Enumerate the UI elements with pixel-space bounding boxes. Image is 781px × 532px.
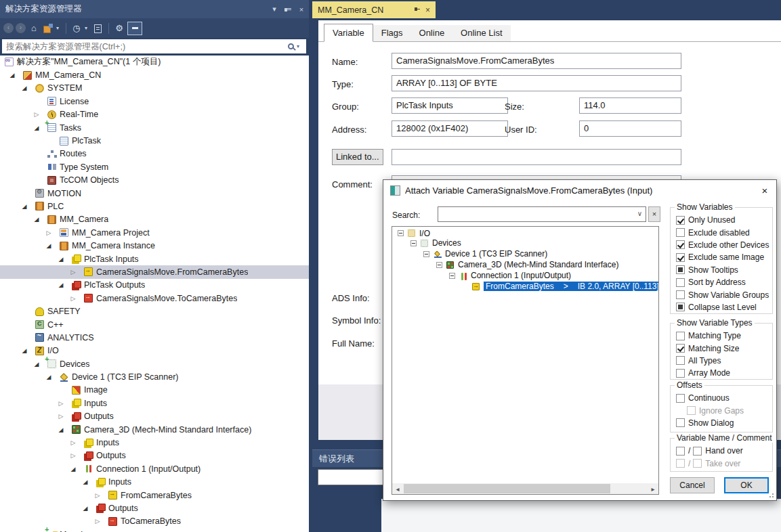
chevron-down-icon[interactable]: ∨ xyxy=(637,210,642,217)
scroll-left-icon[interactable]: ◂ xyxy=(392,485,403,493)
dialog-tree-item[interactable]: FromCameraBytes>IB 2.0, ARRAY [0..113] O… xyxy=(392,281,658,292)
home-icon[interactable]: ⌂ xyxy=(28,22,40,35)
type-field[interactable]: ARRAY [0..113] OF BYTE xyxy=(392,75,681,91)
checkbox-row[interactable]: All Types xyxy=(676,355,772,367)
close-icon[interactable]: × xyxy=(425,5,430,15)
tree-item[interactable]: ◢SYSTEM xyxy=(0,82,309,95)
tree-item[interactable]: SAFETY xyxy=(0,305,309,317)
address-field[interactable]: 128002 (0x1F402) xyxy=(392,120,508,137)
tree-item[interactable]: ◢PlcTask Outputs xyxy=(0,279,309,292)
solution-search-box[interactable]: ▾ xyxy=(2,39,306,53)
tree-item[interactable]: ▷Outputs xyxy=(0,449,309,462)
tree-item[interactable]: Type System xyxy=(0,160,309,173)
expander-icon[interactable]: ◢ xyxy=(7,72,18,79)
checkbox-row[interactable]: Continuous xyxy=(676,392,772,404)
search-combobox[interactable]: ∨ xyxy=(438,206,646,222)
group-field[interactable]: PlcTask Inputs xyxy=(392,97,508,114)
checkbox-unchecked[interactable] xyxy=(676,394,685,403)
tab-online-list[interactable]: Online List xyxy=(452,25,510,42)
tree-item[interactable]: ▷CameraSignalsMove.FromCameraBytes xyxy=(0,265,309,278)
tree-item[interactable]: ◢Camera_3D (Mech-Mind Standard Interface… xyxy=(0,423,309,436)
tree-item[interactable]: License xyxy=(0,95,309,108)
ok-button[interactable]: OK xyxy=(724,477,769,493)
expander-icon[interactable]: ◢ xyxy=(68,466,79,472)
expander-icon[interactable]: ▷ xyxy=(68,269,79,275)
expander-icon[interactable]: ◢ xyxy=(31,125,42,131)
tree-item[interactable]: MOTION xyxy=(0,187,309,200)
collapse-minus-icon[interactable] xyxy=(398,230,404,236)
checkbox-row[interactable]: Sort by Address xyxy=(676,276,772,288)
horizontal-scrollbar[interactable]: ◂ ▸ xyxy=(392,483,658,494)
tree-item[interactable]: ▷Inputs xyxy=(0,436,309,449)
properties-wrench-icon[interactable]: ⚙ xyxy=(113,22,125,35)
checkbox-row[interactable]: Matching Size xyxy=(676,342,772,354)
tree-item[interactable]: ▷CameraSignalsMove.ToCameraBytes xyxy=(0,292,309,305)
tree-item[interactable]: TcCOM Objects xyxy=(0,174,309,187)
checkbox-unchecked[interactable] xyxy=(676,278,685,287)
checkbox-row[interactable]: /Take over xyxy=(676,457,772,469)
expander-icon[interactable]: ▷ xyxy=(68,295,79,302)
resize-grip[interactable] xyxy=(772,496,774,497)
document-tab[interactable]: MM_Camera_CN × xyxy=(312,1,436,18)
checkbox-row[interactable]: Exclude other Devices xyxy=(676,239,772,251)
collapse-minus-icon[interactable] xyxy=(449,273,455,279)
checkbox-unchecked[interactable] xyxy=(676,369,685,378)
expander-icon[interactable]: ◢ xyxy=(56,426,66,433)
tree-item[interactable]: ANALYTICS xyxy=(0,331,309,344)
expander-icon[interactable]: ◢ xyxy=(80,479,91,485)
expander-icon[interactable]: ◢ xyxy=(56,256,66,263)
checkbox-row[interactable]: /Hand over xyxy=(676,445,772,457)
scroll-right-icon[interactable]: ▸ xyxy=(648,485,658,493)
expander-icon[interactable]: ◢ xyxy=(19,347,30,354)
checkbox-unchecked[interactable] xyxy=(676,290,685,299)
checkbox-row[interactable]: Matching Type xyxy=(676,330,772,342)
tree-item[interactable]: ◢Inputs xyxy=(0,476,309,489)
checkbox-mixed[interactable] xyxy=(676,265,685,274)
preview-selected-toggle-icon[interactable] xyxy=(127,22,142,35)
tree-item[interactable]: ◢Connection 1 (Input/Output) xyxy=(0,462,309,475)
linked-to-button[interactable]: Linked to... xyxy=(332,149,383,165)
expander-icon[interactable]: ▷ xyxy=(68,452,79,459)
expander-icon[interactable]: ◢ xyxy=(43,242,54,249)
checkbox-row[interactable]: Exclude same Image xyxy=(676,251,772,263)
tree-item[interactable]: ◢Tasks xyxy=(0,121,309,134)
checkbox-checked[interactable] xyxy=(676,240,685,249)
tree-item[interactable]: C++ xyxy=(0,318,309,331)
dialog-tree-item[interactable]: Connection 1 (Input/Output) xyxy=(392,270,658,281)
checkbox-checked[interactable] xyxy=(676,253,685,262)
dialog-tree-item[interactable]: Camera_3D (Mech-Mind Standard Interface) xyxy=(392,259,658,270)
checkbox-row[interactable]: Show Variable Groups xyxy=(676,288,772,301)
collapse-minus-icon[interactable] xyxy=(436,262,442,268)
tab-flags[interactable]: Flags xyxy=(373,25,411,42)
close-icon[interactable]: × xyxy=(295,3,308,16)
tab-online[interactable]: Online xyxy=(411,25,453,42)
expander-icon[interactable]: ▷ xyxy=(68,439,79,446)
history-caret-icon[interactable]: ▾ xyxy=(85,25,90,31)
tree-item[interactable]: ◢MM_Camera Instance xyxy=(0,239,309,252)
dialog-tree-item[interactable]: I/O xyxy=(392,227,658,238)
clear-search-button[interactable]: × xyxy=(648,206,660,222)
tree-item[interactable]: PlcTask xyxy=(0,134,309,147)
checkbox-row[interactable]: Ignore Gaps xyxy=(687,404,772,416)
checkbox-row[interactable]: Show Dialog xyxy=(676,417,772,429)
back-icon[interactable]: ‹ xyxy=(3,23,14,33)
checkbox-row[interactable]: Collapse last Level xyxy=(676,301,772,313)
scrollbar-thumb[interactable] xyxy=(404,484,610,493)
collapse-all-icon[interactable] xyxy=(92,22,104,35)
pin-icon[interactable] xyxy=(413,6,421,14)
checkbox-unchecked[interactable] xyxy=(687,406,696,415)
cancel-button[interactable]: Cancel xyxy=(670,477,715,493)
name-checkbox[interactable] xyxy=(676,459,685,468)
expander-icon[interactable]: ◢ xyxy=(56,282,66,288)
expander-icon[interactable]: ◢ xyxy=(43,374,54,380)
checkbox-row[interactable]: Only Unused xyxy=(676,214,772,226)
checkbox-unchecked[interactable] xyxy=(676,418,685,427)
checkbox-row[interactable]: Show Tooltips xyxy=(676,264,772,276)
tree-item[interactable]: ◢PlcTask Inputs xyxy=(0,252,309,265)
expander-icon[interactable]: ◢ xyxy=(31,216,42,223)
linked-to-field[interactable] xyxy=(392,149,681,165)
tree-item[interactable]: ◢Devices xyxy=(0,357,309,370)
checkbox-row[interactable]: Array Mode xyxy=(676,367,772,379)
checkbox-row[interactable]: Exclude disabled xyxy=(676,226,772,238)
checkbox-unchecked[interactable] xyxy=(676,332,685,340)
